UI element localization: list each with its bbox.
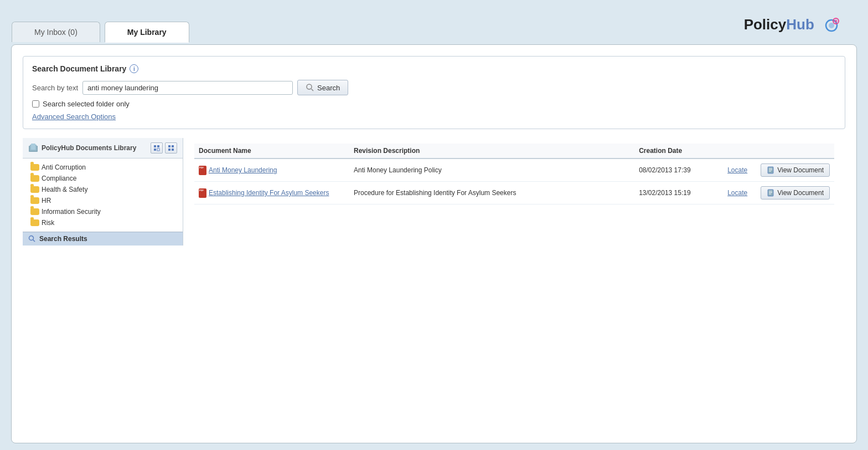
locate-link[interactable]: Locate	[727, 166, 747, 174]
search-results-icon	[28, 235, 36, 243]
view-doc-icon	[767, 166, 774, 174]
logo: PolicyHub	[744, 16, 840, 35]
svg-point-4	[307, 84, 312, 89]
results-table: Document Name Revision Description Creat…	[194, 144, 834, 204]
pdf-icon	[199, 188, 206, 198]
folder-item-anti-corruption[interactable]: Anti Corruption	[23, 162, 183, 173]
folder-icon	[30, 208, 39, 215]
pdf-icon	[199, 166, 206, 175]
tabs-row: My Inbox (0) My Library	[12, 22, 189, 42]
locate-link[interactable]: Locate	[727, 189, 747, 197]
col-header-docname: Document Name	[194, 144, 349, 158]
folder-icon	[30, 164, 39, 171]
svg-line-18	[33, 240, 35, 242]
folder-label: Compliance	[42, 175, 76, 182]
search-button[interactable]: Search	[297, 80, 348, 95]
logo-hub: Hub	[786, 16, 814, 33]
folder-icon	[30, 186, 39, 193]
library-icon	[28, 143, 38, 153]
folder-icon	[30, 219, 39, 226]
search-results-label: Search Results	[39, 235, 87, 243]
view-document-button[interactable]: View Document	[761, 186, 830, 200]
folder-label: Anti Corruption	[42, 163, 86, 171]
main-container: My Inbox (0) My Library Search Document …	[11, 44, 857, 443]
svg-rect-13	[168, 145, 170, 147]
sidebar-toolbar	[151, 142, 177, 154]
folder-item-risk[interactable]: Risk	[23, 217, 183, 228]
svg-line-5	[312, 89, 314, 91]
svg-point-3	[835, 20, 838, 23]
checkbox-label: Search selected folder only	[43, 100, 130, 108]
svg-point-1	[829, 23, 834, 28]
body-layout: PolicyHub Documents Library	[23, 138, 845, 246]
collapse-all-button[interactable]	[165, 142, 177, 154]
folder-item-info-security[interactable]: Information Security	[23, 206, 183, 217]
doc-name-cell: Establishing Identity For Asylum Seekers	[194, 182, 349, 204]
view-document-label: View Document	[777, 189, 824, 197]
search-section-title: Search Document Library i	[32, 64, 836, 73]
info-icon[interactable]: i	[130, 64, 138, 73]
doc-link[interactable]: Anti Money Laundering	[209, 166, 277, 174]
content-area: Search Document Library i Search by text…	[12, 45, 856, 257]
collapse-icon	[168, 145, 174, 151]
svg-rect-11	[154, 149, 156, 151]
search-section: Search Document Library i Search by text…	[23, 56, 845, 129]
svg-rect-16	[172, 149, 174, 151]
folder-label: HR	[42, 197, 51, 204]
logo-policy: Policy	[744, 16, 787, 33]
view-document-label: View Document	[777, 166, 824, 174]
col-header-date: Creation Date	[634, 144, 723, 158]
svg-rect-9	[154, 145, 156, 147]
advanced-search-link[interactable]: Advanced Search Options	[32, 113, 116, 121]
svg-rect-14	[172, 145, 174, 147]
search-folder-checkbox[interactable]	[32, 100, 39, 108]
logo-icon	[820, 16, 840, 35]
sidebar-header: PolicyHub Documents Library	[23, 138, 183, 158]
search-by-label: Search by text	[32, 84, 78, 92]
revision-cell: Anti Money Laundering Policy	[349, 158, 634, 182]
folder-icon	[30, 197, 39, 204]
search-button-icon	[306, 83, 314, 92]
doc-name-cell: Anti Money Laundering	[194, 158, 349, 182]
svg-rect-8	[31, 144, 35, 150]
main-content: Document Name Revision Description Creat…	[183, 138, 845, 246]
view-doc-icon	[767, 189, 774, 197]
folder-item-hr[interactable]: HR	[23, 195, 183, 206]
col-header-revision: Revision Description	[349, 144, 634, 158]
checkbox-row: Search selected folder only	[32, 100, 836, 108]
svg-rect-15	[168, 149, 170, 151]
expand-all-button[interactable]	[151, 142, 163, 154]
sidebar: PolicyHub Documents Library	[23, 138, 183, 246]
view-cell: View Document	[756, 182, 834, 204]
locate-cell: Locate	[723, 158, 756, 182]
svg-point-17	[29, 236, 34, 241]
svg-rect-12	[157, 149, 159, 151]
col-header-view	[756, 144, 834, 158]
table-row: Establishing Identity For Asylum Seekers…	[194, 182, 834, 204]
tab-inbox[interactable]: My Inbox (0)	[12, 22, 100, 42]
view-document-button[interactable]: View Document	[761, 163, 830, 177]
folder-list: Anti Corruption Compliance Health & Safe…	[23, 158, 183, 232]
search-row: Search by text Search	[32, 80, 836, 95]
expand-icon	[153, 145, 160, 151]
folder-label: Health & Safety	[42, 186, 87, 193]
date-cell: 13/02/2013 15:19	[634, 182, 723, 204]
sidebar-header-title: PolicyHub Documents Library	[28, 143, 136, 153]
folder-icon	[30, 175, 39, 182]
tab-library[interactable]: My Library	[105, 22, 189, 42]
locate-cell: Locate	[723, 182, 756, 204]
folder-item-health-safety[interactable]: Health & Safety	[23, 184, 183, 195]
search-input[interactable]	[82, 81, 293, 95]
search-results-item[interactable]: Search Results	[23, 232, 183, 246]
folder-label: Information Security	[42, 208, 101, 216]
date-cell: 08/02/2013 17:39	[634, 158, 723, 182]
doc-link[interactable]: Establishing Identity For Asylum Seekers	[209, 189, 329, 197]
view-cell: View Document	[756, 158, 834, 182]
folder-label: Risk	[42, 219, 54, 227]
svg-rect-10	[157, 145, 159, 147]
col-header-locate	[723, 144, 756, 158]
folder-item-compliance[interactable]: Compliance	[23, 173, 183, 184]
revision-cell: Procedure for Establishing Identity For …	[349, 182, 634, 204]
table-row: Anti Money Laundering Anti Money Launder…	[194, 158, 834, 182]
